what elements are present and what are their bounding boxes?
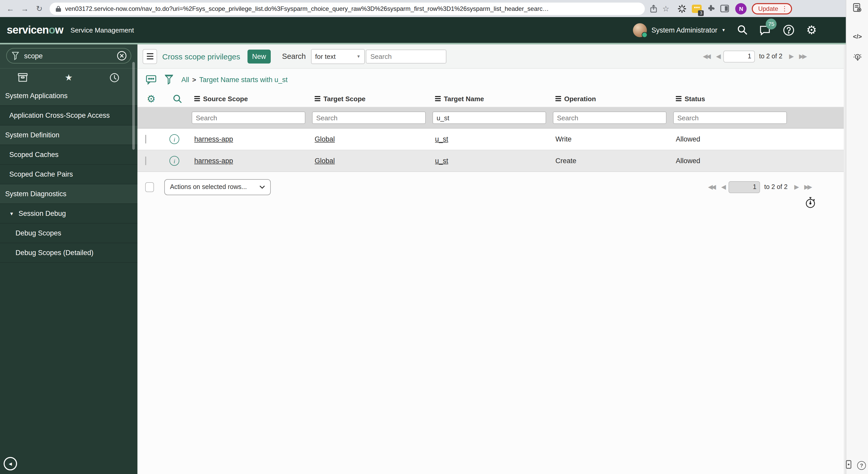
list-search-input[interactable] <box>366 49 446 63</box>
sidebar-item-scoped-caches[interactable]: Scoped Caches <box>0 145 137 165</box>
browser-forward-icon[interactable]: → <box>18 4 32 13</box>
column-menu-icon[interactable] <box>315 96 320 101</box>
sidebar-item-label: Application Cross-Scope Access <box>9 111 110 119</box>
search-mode-value: for text <box>315 53 336 60</box>
help-bubble-icon[interactable]: ? <box>857 461 866 470</box>
sidebar-item-debug-scopes-detailed[interactable]: Debug Scopes (Detailed) <box>0 243 137 263</box>
first-page-icon[interactable]: ◀◀ <box>703 53 709 60</box>
next-page-icon[interactable]: ▶ <box>795 183 799 191</box>
chevron-down-icon[interactable]: ▼ <box>9 211 14 216</box>
notification-badge: 75 <box>766 18 777 29</box>
help-icon[interactable] <box>783 24 795 36</box>
column-menu-icon[interactable] <box>676 96 681 101</box>
filter-navigator-input[interactable] <box>23 52 117 60</box>
sidebar-item-debug-scopes[interactable]: Debug Scopes <box>0 224 137 243</box>
extension-notes-icon[interactable]: 3 <box>692 4 702 13</box>
sidebar-item-scoped-cache-pairs[interactable]: Scoped Cache Pairs <box>0 165 137 184</box>
collapse-sidebar-button[interactable]: ◀ <box>4 457 17 470</box>
share-icon[interactable] <box>650 4 657 13</box>
content-scrollbar[interactable] <box>844 44 846 474</box>
filter-builder-icon[interactable] <box>165 74 173 85</box>
table-row[interactable]: i harness-app Global u_st Write Allowed <box>137 129 846 150</box>
filter-source-scope-input[interactable] <box>192 111 305 124</box>
record-info-icon[interactable]: i <box>169 134 179 144</box>
row-checkbox[interactable] <box>145 135 146 143</box>
filter-target-name-input[interactable] <box>432 111 546 124</box>
browser-update-button[interactable]: Update ⋮ <box>752 3 792 14</box>
breadcrumb-all[interactable]: All <box>181 76 189 83</box>
column-label: Target Name <box>444 95 484 102</box>
breadcrumb-filter[interactable]: Target Name starts with u_st <box>199 76 287 83</box>
last-page-icon[interactable]: ▶▶ <box>804 183 811 191</box>
tab-history[interactable] <box>92 69 137 86</box>
cell-target-scope-link[interactable]: Global <box>315 157 335 165</box>
cell-target-name-link[interactable]: u_st <box>435 157 448 165</box>
column-menu-icon[interactable] <box>435 96 441 101</box>
previous-page-icon[interactable]: ◀ <box>721 183 726 191</box>
column-menu-icon[interactable] <box>194 96 200 101</box>
filter-operation-input[interactable] <box>553 111 666 124</box>
list-context-menu-button[interactable] <box>143 49 157 64</box>
sidebar-section-system-diagnostics[interactable]: System Diagnostics <box>0 184 137 204</box>
split-view-icon[interactable] <box>720 5 729 12</box>
extension-spinner-icon[interactable] <box>678 4 687 13</box>
sidebar-section-system-definition[interactable]: System Definition <box>0 126 137 145</box>
first-page-icon[interactable]: ◀◀ <box>708 183 715 191</box>
cell-source-scope-link[interactable]: harness-app <box>194 135 233 143</box>
list-personalize-gear-icon[interactable]: ⚙ <box>143 94 168 104</box>
record-info-icon[interactable]: i <box>169 156 179 166</box>
column-header-status[interactable]: Status <box>673 95 846 102</box>
conversations-icon[interactable]: 75 <box>760 25 772 35</box>
response-time-icon[interactable] <box>805 197 816 211</box>
column-header-target-scope[interactable]: Target Scope <box>312 95 432 102</box>
list-chat-icon[interactable] <box>146 74 157 85</box>
page-inspector-icon[interactable] <box>846 3 868 15</box>
update-label: Update <box>758 5 778 12</box>
sidebar-item-application-cross-scope-access[interactable]: Application Cross-Scope Access <box>0 106 137 126</box>
user-menu[interactable]: System Administrator <box>652 26 717 34</box>
actions-dropdown[interactable]: Actions on selected rows... <box>164 179 271 195</box>
settings-gear-icon[interactable]: ⚙ <box>806 24 817 36</box>
tab-all-applications[interactable] <box>0 69 46 86</box>
column-search-toggle-icon[interactable] <box>168 94 192 104</box>
new-record-button[interactable]: New <box>247 49 271 63</box>
column-header-operation[interactable]: Operation <box>553 95 673 102</box>
extensions-puzzle-icon[interactable] <box>707 4 715 13</box>
row-checkbox[interactable] <box>145 157 146 165</box>
sidebar-section-system-applications[interactable]: System Applications <box>0 86 137 106</box>
browser-reload-icon[interactable]: ↻ <box>32 4 46 13</box>
filter-status-input[interactable] <box>673 111 787 124</box>
browser-menu-icon[interactable]: ⋮ <box>781 5 788 12</box>
user-avatar[interactable] <box>633 23 647 37</box>
select-all-checkbox[interactable] <box>145 182 154 192</box>
list-title[interactable]: Cross scope privileges <box>162 52 240 61</box>
browser-profile-avatar[interactable]: N <box>736 3 747 14</box>
filter-target-scope-input[interactable] <box>312 111 426 124</box>
cell-target-name-link[interactable]: u_st <box>435 135 448 143</box>
bookmark-star-icon[interactable]: ☆ <box>662 4 669 13</box>
sidebar-item-session-debug[interactable]: ▼ Session Debug <box>0 204 137 224</box>
column-header-source-scope[interactable]: Source Scope <box>192 95 312 102</box>
next-page-icon[interactable]: ▶ <box>789 53 794 60</box>
clear-filter-icon[interactable] <box>117 50 127 61</box>
table-row[interactable]: i harness-app Global u_st Create Allowed <box>137 150 846 172</box>
previous-page-icon[interactable]: ◀ <box>716 53 721 60</box>
insight-bulb-icon[interactable] <box>846 52 868 65</box>
sidebar-scrollbar[interactable] <box>132 62 135 150</box>
column-header-target-name[interactable]: Target Name <box>432 95 553 102</box>
cell-target-scope-link[interactable]: Global <box>315 135 335 143</box>
tab-favorites[interactable]: ★ <box>46 69 91 86</box>
cell-source-scope-link[interactable]: harness-app <box>194 157 233 165</box>
filter-navigator-search[interactable] <box>6 48 131 64</box>
url-bar[interactable]: ven03172.service-now.com/nav_to.do?uri=%… <box>50 2 645 15</box>
user-caret-icon[interactable]: ▼ <box>721 28 726 32</box>
column-menu-icon[interactable] <box>555 96 561 101</box>
browser-back-icon[interactable]: ← <box>3 4 18 13</box>
current-row-input[interactable] <box>728 181 760 193</box>
logo-o: o <box>49 24 55 36</box>
code-panel-icon[interactable]: </> <box>846 33 868 40</box>
search-mode-select[interactable]: for text ▼ <box>311 49 365 64</box>
current-row-input[interactable] <box>723 50 755 62</box>
global-search-icon[interactable] <box>737 24 748 36</box>
last-page-icon[interactable]: ▶▶ <box>799 53 805 60</box>
